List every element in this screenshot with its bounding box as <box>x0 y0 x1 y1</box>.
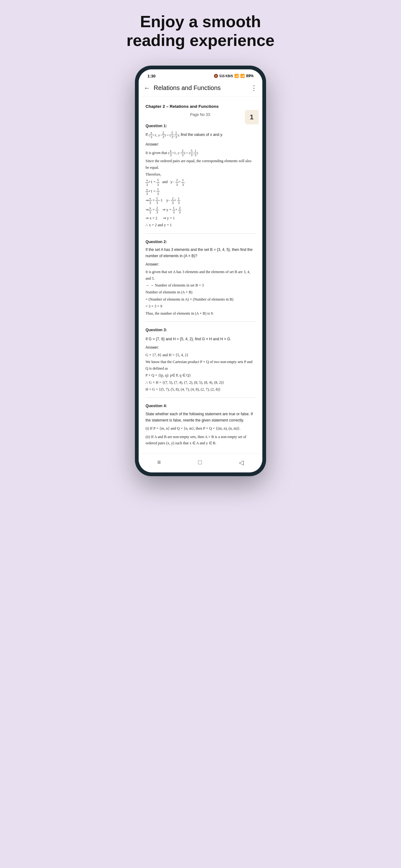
question-2-label: Question 2: <box>145 239 256 245</box>
answer-2-line-1: It is given that set A has 3 elements an… <box>145 269 256 281</box>
more-options-button[interactable]: ⋮ <box>250 84 257 92</box>
answer-1-line-5: x3+1 = 53 <box>145 187 256 196</box>
signal-icon: 📶 <box>240 74 245 78</box>
answer-2-line-2: → → Number of elements in set B = 3 <box>145 282 256 288</box>
answer-1-line-3: Therefore, <box>145 171 256 178</box>
phone-screen: 1:30 🔕 515 KB/S 📶 📶 89% ← Relations and … <box>139 69 262 472</box>
bottom-navigation: ≡ □ ◁ <box>139 453 262 472</box>
nav-back-button[interactable]: ◁ <box>239 459 244 466</box>
question-4-sub-2: (ii) If A and B are non-empty sets, then… <box>145 434 256 446</box>
app-bar-title: Relations and Functions <box>154 84 250 92</box>
chapter-heading: Chapter 2 – Relations and Functions <box>145 103 256 110</box>
question-4-sub-1: (i) If P = {m, n} and Q = {n, m}, then P… <box>145 425 256 432</box>
app-bar: ← Relations and Functions ⋮ <box>139 81 262 97</box>
wifi-icon: 📶 <box>234 74 239 78</box>
back-button[interactable]: ← <box>144 84 151 92</box>
page-badge: 1 <box>245 110 259 124</box>
divider-1 <box>145 234 256 234</box>
answer-3-label: Answer: <box>145 344 256 350</box>
answer-2-line-5: = 3 × 3 = 9 <box>145 303 256 309</box>
question-3-text: If G = {7, 8} and H = {5, 4, 2}, find G … <box>145 336 256 342</box>
nav-home-button[interactable]: □ <box>198 459 202 466</box>
divider-2 <box>145 321 256 322</box>
answer-2-line-3: Number of elements in (A × B) <box>145 289 256 295</box>
question-3-label: Question 3: <box>145 327 256 333</box>
answer-2-line-4: = (Number of elements in A) × (Number of… <box>145 296 256 303</box>
answer-1-conclusion: ∴ x = 2 and y = 1 <box>145 222 256 228</box>
answer-3-line-5: H × G = {(5, 7), (5, 8), (4, 7), (4, 8),… <box>145 386 256 393</box>
mute-icon: 🔕 <box>213 74 218 78</box>
hero-title: Enjoy a smooth reading experience <box>123 12 278 50</box>
question-1-label: Question 1: <box>145 123 256 129</box>
answer-2-label: Answer: <box>145 261 256 268</box>
answer-3-line-4: ∴ G × H = {(7, 5), (7, 4), (7, 2), (8, 5… <box>145 379 256 385</box>
answer-1-line-8: ⇒ x = 2 ⇒ y = 1 <box>145 215 256 221</box>
status-icons: 🔕 515 KB/S 📶 📶 89% <box>213 74 254 78</box>
question-4-label: Question 4: <box>145 403 256 409</box>
answer-3-line-3: P × Q = {(p, q): p∈ P, q ∈ Q} <box>145 372 256 378</box>
battery-text: 89% <box>246 74 254 78</box>
network-speed: 515 KB/S <box>220 74 233 78</box>
answer-2-line-6: Thus, the number of elements in (A × B) … <box>145 310 256 316</box>
answer-3-line-1: G = {7, 8} and H = {5, 4, 2} <box>145 352 256 358</box>
page-number: Page No 33: <box>145 112 256 118</box>
question-4-text: State whether each of the following stat… <box>145 411 256 424</box>
answer-1-line-1: It is given that ( x3 +1, y− 23 ) = ( 53… <box>145 149 256 157</box>
question-1-text: If ( x3 +1, y− 23 ) = ( 53, 13 ), find t… <box>145 131 256 139</box>
answer-3-line-2: We know that the Cartesian product P × Q… <box>145 359 256 372</box>
status-bar: 1:30 🔕 515 KB/S 📶 📶 89% <box>139 69 262 81</box>
answer-1-label: Answer: <box>145 141 256 148</box>
status-time: 1:30 <box>147 74 156 79</box>
answer-1-line-7: ⇒x3 = 23 ⇒ y = 13+ 23 <box>145 206 256 214</box>
question-2-text: If the set A has 3 elements and the set … <box>145 247 256 259</box>
answer-1-line-4: x3+1 = 53 and y− 23= 13. <box>145 178 256 187</box>
answer-1-line-6: ⇒x3 = 53−1 y− 23= 13 <box>145 196 256 205</box>
nav-menu-button[interactable]: ≡ <box>157 459 161 466</box>
answer-1-line-2: Since the ordered pairs are equal, the c… <box>145 158 256 170</box>
phone-device: 1:30 🔕 515 KB/S 📶 📶 89% ← Relations and … <box>135 66 266 476</box>
content-area: Chapter 2 – Relations and Functions Page… <box>139 97 262 453</box>
